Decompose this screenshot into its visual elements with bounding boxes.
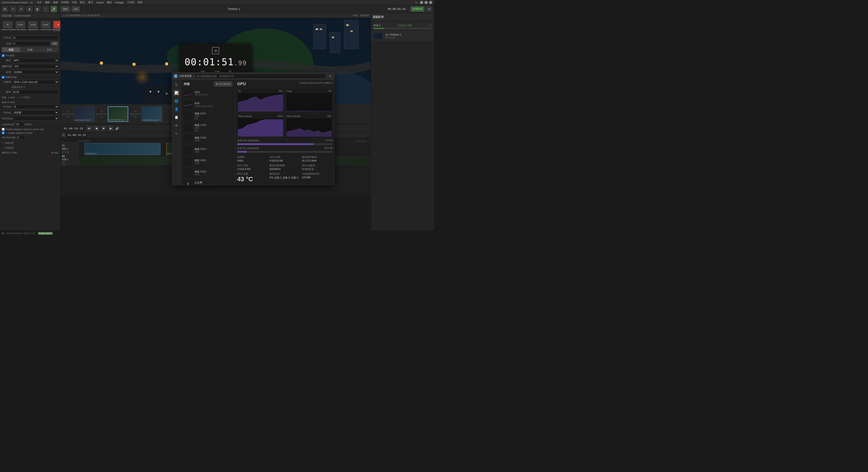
frame-control[interactable]: 114 (72, 6, 80, 12)
subtitle-settings-header[interactable]: △ 字幕设置 (2, 147, 59, 150)
two-pass-select[interactable] (13, 116, 59, 121)
filename-input[interactable] (12, 35, 59, 40)
two-pass-label: Two Pass (2, 117, 13, 120)
resolution-select[interactable]: 3840 x 2160 Ultra HD (12, 80, 59, 84)
tm-nav-users-icon[interactable]: 👤 (174, 106, 180, 112)
menu-view[interactable]: 显示 (87, 0, 94, 4)
task-manager-window[interactable]: ☰ 任务管理器 ✕ ☰ 📊 🌐 👤 📋 ⚙ ↻ 性能 ▶ 运行新任务 (172, 72, 335, 185)
tm-run-button[interactable]: ▶ 运行新任务 (214, 82, 232, 87)
timeline-clip-1[interactable]: 2023060419_02... (85, 143, 160, 155)
preset-youtube[interactable]: ▶ YouTube 108 (53, 20, 60, 32)
shared-memory-fill (237, 151, 247, 153)
gpu-shared-value: 1.5/15.9 GB (237, 168, 268, 170)
maximize-button[interactable] (425, 1, 428, 4)
gpu-driver-label: 驱动程序版本 (302, 155, 333, 159)
tm-nav-services-icon[interactable]: ⚙ (174, 122, 180, 129)
tuning-select[interactable]: 高质量 (12, 110, 59, 115)
tm-disk5-graph (184, 169, 192, 177)
resize-priority-checkbox[interactable] (2, 76, 4, 78)
lookahead-input[interactable] (15, 122, 24, 127)
export-video-checkbox[interactable] (2, 54, 4, 57)
menu-fusion[interactable]: Fusion (95, 1, 105, 4)
play-reverse-button[interactable]: ◀ (94, 126, 99, 131)
location-input[interactable] (12, 41, 50, 46)
timeline-add-track[interactable]: + (61, 133, 66, 137)
tm-disk3-row[interactable]: 磁盘 3 (C:) SSD (183, 145, 233, 155)
resolution-row: 分辨率 3840 x 2160 Ultra HD (2, 80, 59, 84)
tm-memory-name: 内存 (195, 102, 232, 105)
tab-file[interactable]: 文件 (40, 47, 59, 52)
enable-adaptive-b-checkbox[interactable] (2, 131, 4, 134)
minimize-button[interactable] (420, 1, 423, 4)
aq-input[interactable] (17, 135, 26, 139)
cut-icon[interactable]: ✂ (10, 6, 16, 12)
media-pool-icon[interactable]: ⊞ (2, 6, 8, 12)
fusion-icon[interactable]: ◈ (26, 6, 33, 12)
fairlight-icon[interactable]: ♪ (42, 6, 49, 12)
edit-icon[interactable]: ✏ (18, 6, 24, 12)
tm-cpu-name: CPU (195, 91, 232, 94)
preset-select[interactable]: 中 (12, 104, 59, 109)
volume-icon[interactable]: 🔊 (115, 127, 119, 130)
menu-timeline[interactable]: 时间线 (60, 0, 70, 4)
tuning-label: Tuning (2, 111, 11, 114)
menu-edit[interactable]: 编辑 (43, 0, 51, 4)
close-button[interactable] (429, 1, 432, 4)
processor-select[interactable]: NVIDIA (12, 70, 59, 74)
deliver-icon[interactable]: 🚀 (51, 6, 57, 12)
queue-job-1-check-icon[interactable]: ✓ (429, 24, 432, 27)
menu-color[interactable]: 颜色 (105, 0, 113, 4)
tm-disk1-row[interactable]: 磁盘 1 (D:) SSD 0% (183, 122, 233, 133)
tm-cpu-row[interactable]: CPU 4% 3.64 GHz (183, 88, 233, 98)
zoom-control[interactable]: 36% (61, 6, 70, 12)
tm-disk3-graph (184, 146, 192, 154)
play-button[interactable]: ▶ (108, 126, 114, 131)
queue-job-2[interactable]: 12 | Timeline 1 fin11.mp4 (372, 31, 433, 41)
clip-number-2: 02 00:02:27:16 V1 (96, 110, 107, 118)
settings-icon[interactable]: ⚙ (426, 6, 432, 12)
preset-h264-master[interactable]: H.264 H.264 Master (14, 20, 26, 32)
tab-video[interactable]: 视频 (2, 47, 20, 52)
tm-disk2-info: 磁盘 2 (H:) SSD (195, 136, 232, 142)
stop-button[interactable]: ■ (101, 126, 106, 131)
advanced-settings-header[interactable]: △ 高级设置 (2, 141, 59, 145)
menu-fairlight[interactable]: Fairlight (114, 1, 125, 4)
menu-help[interactable]: 帮助 (136, 0, 144, 4)
tm-nav-details-icon[interactable]: 📋 (174, 114, 180, 120)
tm-nav-list-icon[interactable]: ☰ (174, 82, 180, 88)
tm-nav-perf-icon[interactable]: 📊 (174, 90, 180, 96)
tm-close-button[interactable]: ✕ (328, 74, 333, 78)
preset-hyperdeck[interactable]: H.264 HyperDeck (27, 20, 39, 32)
menu-mark[interactable]: 标记 (79, 0, 86, 4)
tm-disk4-type: USB (195, 162, 232, 164)
tab-audio[interactable]: 音频 (21, 47, 39, 52)
tm-disk5-name: 磁盘 5 (E:) (195, 170, 232, 173)
disable-adaptive-checkbox[interactable] (2, 128, 4, 131)
tm-disk5-row[interactable]: 磁盘 5 (E:) USB (183, 168, 233, 178)
tm-memory-row[interactable]: 内存 8.5/31.8 GB (27%) (183, 100, 233, 109)
preset-h265-master[interactable]: H.265 H.265 Master (40, 20, 52, 32)
render-queue-button[interactable]: 渲染队列 (410, 6, 425, 12)
codec-select[interactable]: AVI (13, 64, 59, 68)
framerate-input[interactable] (12, 90, 59, 94)
color-icon[interactable]: ◐ (34, 6, 41, 12)
menu-trim[interactable]: 修剪 (52, 0, 59, 4)
public-beta-badge: PUBLIC BETA (38, 232, 53, 235)
tm-nav-refresh-icon[interactable]: ↻ (174, 130, 180, 137)
more-icon[interactable]: ··· (407, 8, 409, 10)
menu-file[interactable]: 文件 (35, 0, 43, 4)
tm-nav-network-icon[interactable]: 🌐 (174, 98, 180, 104)
tm-disk4-row[interactable]: 磁盘 4 (K:) USB (183, 157, 233, 166)
tm-search-input[interactable] (195, 74, 326, 78)
tm-ethernet-row[interactable]: ⬆ 以太网 发送: 0 接收: 0 Kbps (183, 179, 233, 185)
menu-workspace[interactable]: 工作区 (126, 0, 136, 4)
preset-custom-export[interactable]: ⚙ Custom Export (2, 20, 13, 32)
browse-button[interactable]: 浏览 (51, 41, 59, 46)
menu-clip[interactable]: 片段 (70, 0, 78, 4)
format-select[interactable]: MP4 (12, 58, 59, 63)
queue-job-1[interactable]: 作业 1 正在运行:18% ✓ (372, 22, 433, 30)
tm-disk2-row[interactable]: 磁盘 2 (H:) SSD (183, 134, 233, 144)
h265-master-label: H.265 Master (39, 29, 52, 31)
rewind-to-start-button[interactable]: ⏮ (86, 126, 92, 131)
tm-disk0-row[interactable]: 磁盘 0 (F:) SSD 0% (183, 111, 233, 121)
